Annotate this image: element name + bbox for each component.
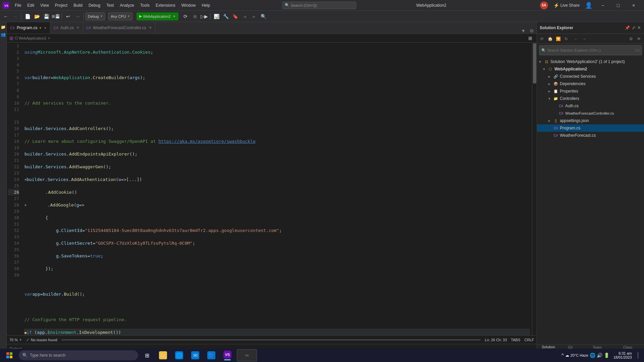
menu-project[interactable]: Project	[52, 2, 70, 8]
menu-test[interactable]: Test	[104, 2, 116, 8]
save-all-button[interactable]: ⊞💾	[51, 12, 60, 21]
taskbar-app-photos[interactable]: 🔵	[204, 349, 219, 362]
toolbar: ← → 📄 📂 💾 ⊞💾 ↩ ↪ Debug ▼ Any CPU ▼ ▶ Web…	[0, 11, 644, 22]
split-editor-button[interactable]: ⊞	[527, 34, 534, 43]
taskbar-app-vs[interactable]: VS	[220, 349, 235, 362]
platform-dropdown[interactable]: Any CPU ▼	[108, 12, 132, 20]
undo-button[interactable]: ↩	[64, 12, 72, 21]
menu-debug[interactable]: Debug	[86, 2, 103, 8]
close-tab-weatherforecast[interactable]: ✕	[149, 26, 152, 29]
run-dropdown-icon[interactable]: ▼	[173, 15, 176, 18]
filepath-project[interactable]: ⬡ WebApplication2	[15, 36, 46, 40]
se-properties[interactable]: ► 📋 Properties	[537, 87, 644, 95]
se-dependencies[interactable]: ► 📦 Dependencies	[537, 80, 644, 87]
profile-icon[interactable]: 👤	[585, 2, 592, 9]
se-weatherforecast-cs[interactable]: C# WeatherForecast.cs	[537, 132, 644, 139]
se-back-button[interactable]: ←	[573, 35, 580, 43]
horizontal-scrollbar[interactable]	[61, 339, 481, 341]
bookmarks-button[interactable]: 🔖	[231, 12, 240, 21]
scroll-thumb[interactable]	[533, 43, 536, 83]
search-toolbar-button[interactable]: 🔍	[259, 12, 268, 21]
se-float-icon[interactable]: ⤢	[631, 25, 636, 31]
se-pin-icon[interactable]: 📌	[624, 25, 631, 31]
se-solution-root[interactable]: ▼ ⊡ Solution 'WebApplication2' (1 of 1 p…	[537, 58, 644, 65]
se-sync-button[interactable]: ⟳	[538, 35, 546, 43]
battery-icon[interactable]: 🔋	[604, 353, 609, 358]
se-properties-button[interactable]: ⚙	[627, 35, 635, 43]
se-program-cs[interactable]: C# Program.cs	[537, 124, 644, 132]
se-controllers-folder[interactable]: ▼ 📁 Controllers	[537, 95, 644, 102]
restart-button[interactable]: ⟳	[181, 12, 190, 21]
menu-file[interactable]: File	[12, 2, 24, 8]
stop-button[interactable]: ⏹	[191, 12, 199, 21]
open-button[interactable]: 📂	[33, 12, 41, 21]
se-refresh-button[interactable]: ↻	[562, 35, 570, 43]
se-search-input[interactable]	[547, 48, 634, 52]
start-button[interactable]	[1, 349, 17, 362]
forward-button[interactable]: →	[11, 12, 19, 21]
close-tab-program[interactable]: ✕	[44, 26, 47, 30]
profile-performance-button[interactable]: ▷▶	[200, 12, 209, 21]
network-icon[interactable]: 🌐	[590, 353, 595, 358]
tab-auth-cs[interactable]: C# Auth.cs ✕	[50, 22, 83, 34]
code-editor[interactable]: 1 2 3 4 5 6 7 8 9 10 11 15 16 17 18 19	[7, 43, 537, 335]
menu-help[interactable]: Help	[199, 2, 213, 8]
se-weatherforecast-controller[interactable]: C# WeatherForecastController.cs	[537, 110, 644, 117]
tab-settings-button[interactable]: ⚙	[528, 28, 535, 34]
scroll-track[interactable]	[61, 339, 481, 341]
redo-button[interactable]: ↪	[73, 12, 82, 21]
se-appsettings[interactable]: ► {} appsettings.json	[537, 117, 644, 124]
menu-build[interactable]: Build	[71, 2, 85, 8]
close-tab-auth[interactable]: ✕	[76, 26, 79, 29]
maximize-button[interactable]: □	[610, 0, 626, 11]
avatar[interactable]: SA	[540, 1, 548, 9]
new-project-button[interactable]: 📄	[23, 12, 32, 21]
se-home-button[interactable]: 🏠	[546, 35, 554, 43]
live-share-button[interactable]: ⚡ Live Share	[551, 3, 582, 8]
taskbar-app-taskview[interactable]: ⊞	[140, 349, 154, 362]
minimize-button[interactable]: −	[595, 0, 610, 11]
zoom-control[interactable]: 70 % ▼	[9, 338, 22, 342]
diagnostics-button[interactable]: 📊	[212, 12, 221, 21]
code-content[interactable]: using Microsoft.AspNetCore.Authenticatio…	[22, 43, 532, 335]
tab-list-button[interactable]: ▼	[520, 28, 527, 34]
configuration-dropdown[interactable]: Debug ▼	[86, 12, 105, 20]
se-forward-button[interactable]: →	[581, 35, 588, 43]
menu-window[interactable]: Window	[179, 2, 199, 8]
close-button[interactable]: ×	[626, 0, 641, 11]
save-button[interactable]: 💾	[42, 12, 51, 21]
se-project-root[interactable]: ▼ ⬡ WebApplication2	[537, 65, 644, 73]
tab-program-cs[interactable]: C# Program.cs ● ✕	[7, 22, 50, 34]
taskbar-app-mail[interactable]: ✉	[188, 349, 203, 362]
show-desktop-button[interactable]	[633, 349, 643, 362]
scroll-thumb-h[interactable]	[61, 339, 481, 341]
menu-extensions[interactable]: Extensions	[153, 2, 178, 8]
team-explorer-toggle[interactable]: 👥	[1, 32, 6, 37]
se-connected-services[interactable]: ► 🔗 Connected Services	[537, 73, 644, 80]
taskbar-app-explorer[interactable]: 🗂	[156, 349, 170, 362]
se-search-box[interactable]: 🔍 ⌨	[539, 45, 642, 55]
run-button[interactable]: ▶ WebApplication2 ▼	[137, 12, 178, 20]
se-preview-button[interactable]: 👁	[635, 35, 643, 43]
taskbar-search[interactable]: 🔍 Type here to search	[19, 350, 138, 360]
taskbar-clock[interactable]: 6:31 am 18/01/2023	[613, 351, 632, 359]
nav-next-button[interactable]: ►	[250, 12, 259, 21]
issues-indicator[interactable]: ✓ No issues found	[26, 338, 57, 342]
solution-explorer-toggle[interactable]: 📁	[1, 25, 6, 29]
se-filter-button[interactable]: 🔽	[554, 35, 562, 43]
tab-weatherforecast-cs[interactable]: C# WeatherForecastController.cs ✕	[83, 22, 155, 34]
nav-prev-button[interactable]: ◄	[240, 12, 249, 21]
editor-scrollbar[interactable]	[532, 43, 537, 335]
back-button[interactable]: ←	[1, 12, 10, 21]
se-close-icon[interactable]: ✕	[637, 25, 641, 31]
taskbar-app-edge[interactable]: 🌐	[172, 349, 186, 362]
volume-icon[interactable]: 🔊	[597, 353, 602, 358]
menu-tools[interactable]: Tools	[138, 2, 152, 8]
se-auth-cs[interactable]: C# Auth.cs	[537, 102, 644, 110]
menu-edit[interactable]: Edit	[24, 2, 37, 8]
extensions-button[interactable]: 🔧	[222, 12, 230, 21]
menu-analyze[interactable]: Analyze	[117, 2, 137, 8]
csharp-file-icon: C#	[86, 26, 91, 30]
tray-icons-button[interactable]: ^	[561, 353, 564, 358]
menu-view[interactable]: View	[38, 2, 52, 8]
